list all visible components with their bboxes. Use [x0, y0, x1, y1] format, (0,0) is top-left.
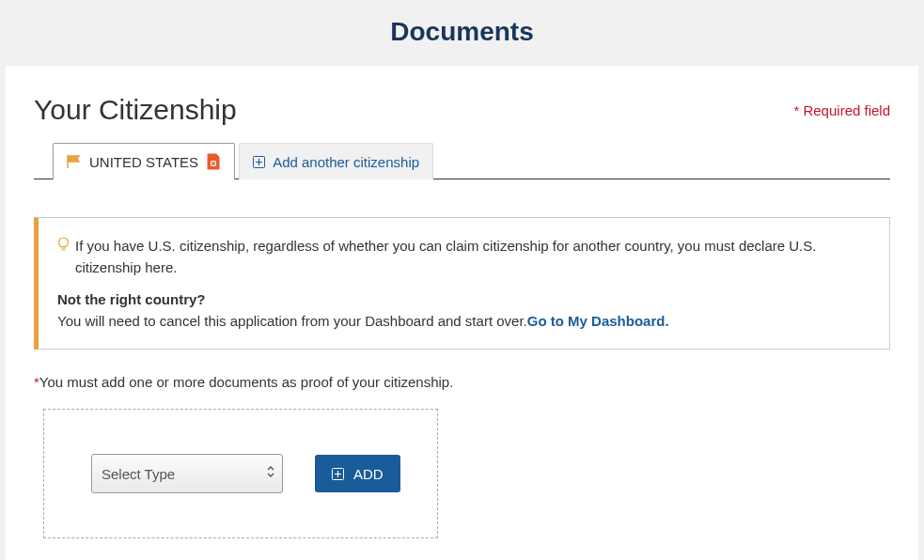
- citizenship-tabs: UNITED STATES Add another citizenship: [34, 143, 890, 179]
- instruction-text: *You must add one or more documents as p…: [34, 374, 890, 390]
- not-right-country-body: You will need to cancel this application…: [57, 313, 527, 329]
- dashboard-link[interactable]: Go to My Dashboard.: [527, 313, 669, 329]
- plus-square-icon: [253, 156, 265, 168]
- file-remove-icon[interactable]: [206, 153, 221, 170]
- add-button[interactable]: ADD: [315, 455, 400, 492]
- page-title: Documents: [0, 17, 924, 47]
- section-title: Your Citizenship: [34, 94, 237, 126]
- tab-united-states[interactable]: UNITED STATES: [53, 143, 235, 179]
- plus-square-icon: [332, 468, 344, 480]
- info-text-line1: If you have U.S. citizenship, regardless…: [75, 235, 870, 279]
- add-citizenship-link[interactable]: Add another citizenship: [273, 154, 419, 170]
- info-box: If you have U.S. citizenship, regardless…: [34, 217, 890, 350]
- tab-add-citizenship[interactable]: Add another citizenship: [239, 143, 433, 179]
- tab-label: UNITED STATES: [89, 154, 198, 170]
- document-type-select[interactable]: Select Type: [91, 454, 283, 493]
- add-button-label: ADD: [353, 466, 384, 482]
- main-card: Your Citizenship * Required field UNITED…: [6, 66, 918, 560]
- not-right-country-title: Not the right country?: [57, 291, 206, 307]
- flag-icon: [67, 155, 82, 168]
- lightbulb-icon: [57, 235, 70, 252]
- add-document-area: Select Type ADD: [43, 409, 438, 538]
- required-field-note: * Required field: [793, 102, 890, 118]
